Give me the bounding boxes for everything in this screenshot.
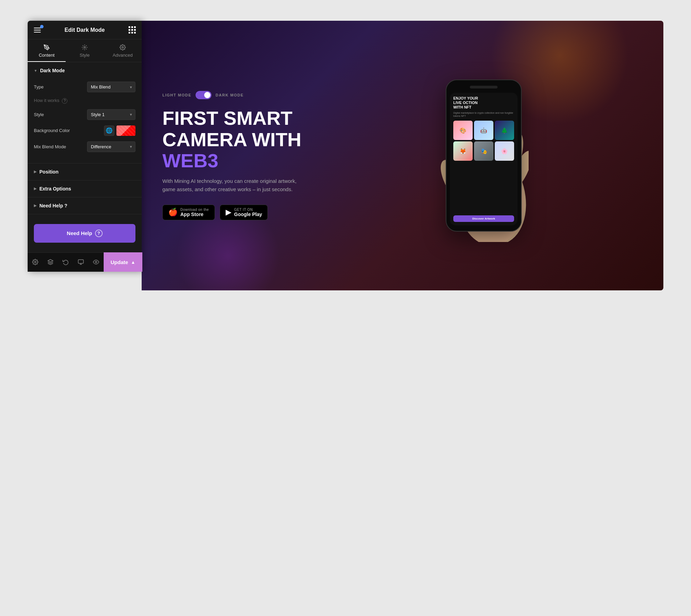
sidebar: Edit Dark Mode Content Style xyxy=(28,21,142,272)
style-select-wrapper: Style 1 Style 2 Style 3 ▼ xyxy=(87,109,135,120)
dark-mode-label: Dark Mode xyxy=(40,68,65,73)
grid-icon[interactable] xyxy=(129,26,135,34)
style-label: Style xyxy=(34,112,44,117)
svg-point-0 xyxy=(46,47,47,48)
need-help-button[interactable]: Need Help ? xyxy=(34,224,135,243)
update-button[interactable]: Update ▲ xyxy=(104,252,142,272)
tab-advanced-label: Advanced xyxy=(113,53,133,58)
color-globe-btn[interactable]: 🌐 xyxy=(104,125,114,136)
tab-style-label: Style xyxy=(80,53,90,58)
need-help-section-header[interactable]: ▶ Need Help ? xyxy=(28,197,142,214)
dark-mode-label: DARK MODE xyxy=(216,93,244,97)
extra-options-header[interactable]: ▶ Extra Options xyxy=(28,180,142,197)
mix-blend-mode-row: Mix Blend Mode Difference Multiply Scree… xyxy=(34,141,135,152)
nft-card-6: 🌸 xyxy=(495,141,514,161)
dark-mode-section: ▼ Dark Mode Type Mix Blend Solid Color G… xyxy=(28,62,142,164)
hero-line2: CAMERA WITH xyxy=(162,129,356,150)
hero-title: FIRST SMART CAMERA WITH WEB3 xyxy=(162,108,356,171)
nft-card-5: 🎭 xyxy=(474,141,493,161)
extra-options-label: Extra Options xyxy=(39,186,71,192)
nft-grid: 🎨 🤖 🌲 🦊 🎭 xyxy=(453,121,514,161)
extra-options-section: ▶ Extra Options xyxy=(28,180,142,197)
dark-mode-toggle[interactable] xyxy=(196,91,211,99)
google-play-button[interactable]: ▶ GET IT ON Google Play xyxy=(220,205,268,220)
app-wrapper: Edit Dark Mode Content Style xyxy=(28,21,663,290)
nft-card-4: 🦊 xyxy=(453,141,473,161)
history-icon[interactable] xyxy=(58,252,73,272)
google-play-name: Google Play xyxy=(234,212,262,217)
phone-screen: ENJOY YOUR LIVE OCTION WITH NFT Digital … xyxy=(450,93,518,225)
svg-point-3 xyxy=(35,261,36,263)
app-store-button[interactable]: 🍎 Download on the App Store xyxy=(162,205,215,220)
svg-point-1 xyxy=(84,47,86,48)
phone-mockup: ENJOY YOUR LIVE OCTION WITH NFT Digital … xyxy=(446,80,522,232)
type-select[interactable]: Mix Blend Solid Color Gradient xyxy=(87,82,135,92)
background-color-row: Background Color 🌐 xyxy=(34,125,135,136)
how-it-works-help-icon[interactable]: ? xyxy=(62,98,67,104)
background-color-label: Background Color xyxy=(34,128,70,133)
light-mode-label: LIGHT MODE xyxy=(162,93,191,97)
preview-right: ENJOY YOUR LIVE OCTION WITH NFT Digital … xyxy=(377,80,522,232)
mix-blend-select[interactable]: Difference Multiply Screen Overlay xyxy=(87,141,135,152)
layers-icon[interactable] xyxy=(43,252,58,272)
style-select[interactable]: Style 1 Style 2 Style 3 xyxy=(87,109,135,120)
hamburger-icon[interactable] xyxy=(34,28,41,32)
preview-left: LIGHT MODE DARK MODE FIRST SMART CAMERA … xyxy=(162,91,356,220)
settings-icon[interactable] xyxy=(28,252,43,272)
phone-notch xyxy=(470,86,498,88)
sidebar-tabs: Content Style Advanced xyxy=(28,39,142,62)
mix-blend-select-wrapper: Difference Multiply Screen Overlay ▼ xyxy=(87,141,135,152)
eye-icon[interactable] xyxy=(88,252,104,272)
need-help-section-label: Need Help ? xyxy=(39,203,67,208)
svg-marker-4 xyxy=(48,260,53,262)
tab-content-label: Content xyxy=(39,53,55,58)
sidebar-footer: Update ▲ xyxy=(28,252,142,272)
phone-hero-line1: ENJOY YOUR LIVE OCTION WITH NFT xyxy=(453,96,514,110)
hero-web3: WEB3 xyxy=(162,150,356,171)
notification-dot xyxy=(40,25,44,28)
footer-icons xyxy=(28,252,104,272)
position-arrow: ▶ xyxy=(34,170,37,174)
nft-card-2: 🤖 xyxy=(474,121,493,140)
extra-options-arrow: ▶ xyxy=(34,187,37,190)
phone-discover-btn[interactable]: Discover Artwork xyxy=(453,215,514,222)
advanced-icon xyxy=(120,44,126,50)
color-swatch-btn[interactable] xyxy=(116,125,135,136)
update-btn-label: Update xyxy=(111,259,128,265)
mode-toggle-row: LIGHT MODE DARK MODE xyxy=(162,91,356,99)
update-chevron-icon: ▲ xyxy=(131,260,135,265)
style-icon xyxy=(82,44,88,50)
dark-mode-header[interactable]: ▼ Dark Mode xyxy=(28,62,142,79)
position-label: Position xyxy=(39,169,58,175)
preview-area: LIGHT MODE DARK MODE FIRST SMART CAMERA … xyxy=(142,21,663,290)
responsive-icon[interactable] xyxy=(73,252,88,272)
type-select-wrapper: Mix Blend Solid Color Gradient ▼ xyxy=(87,82,135,92)
mix-blend-mode-label: Mix Blend Mode xyxy=(34,144,66,149)
google-play-text: GET IT ON Google Play xyxy=(234,208,262,217)
type-field-row: Type Mix Blend Solid Color Gradient ▼ xyxy=(34,82,135,92)
google-play-sub: GET IT ON xyxy=(234,208,262,212)
sidebar-title: Edit Dark Mode xyxy=(65,27,105,33)
need-help-btn-label: Need Help xyxy=(67,230,92,236)
need-help-section: ▶ Need Help ? xyxy=(28,197,142,214)
dark-mode-body: Type Mix Blend Solid Color Gradient ▼ xyxy=(28,79,142,163)
style-field-row: Style Style 1 Style 2 Style 3 ▼ xyxy=(34,109,135,120)
need-help-arrow: ▶ xyxy=(34,204,37,207)
content-icon xyxy=(44,44,50,50)
tab-advanced[interactable]: Advanced xyxy=(104,39,142,62)
app-store-text: Download on the App Store xyxy=(180,208,209,217)
how-it-works-row: How it works ? xyxy=(34,98,135,104)
tab-content[interactable]: Content xyxy=(28,39,66,62)
google-play-icon: ▶ xyxy=(226,208,231,217)
nft-card-3: 🌲 xyxy=(495,121,514,140)
hero-line1: FIRST SMART xyxy=(162,108,356,129)
color-field: 🌐 xyxy=(104,125,135,136)
position-header[interactable]: ▶ Position xyxy=(28,164,142,180)
sidebar-content: ▼ Dark Mode Type Mix Blend Solid Color G… xyxy=(28,62,142,252)
phone-sub-text: Digital marketplace to crypto collection… xyxy=(453,111,514,118)
svg-rect-5 xyxy=(78,260,84,263)
tab-style[interactable]: Style xyxy=(66,39,104,62)
hero-subtitle: With Mining AI technology, you can creat… xyxy=(162,177,307,194)
nft-card-1: 🎨 xyxy=(453,121,473,140)
app-store-sub: Download on the xyxy=(180,208,209,212)
